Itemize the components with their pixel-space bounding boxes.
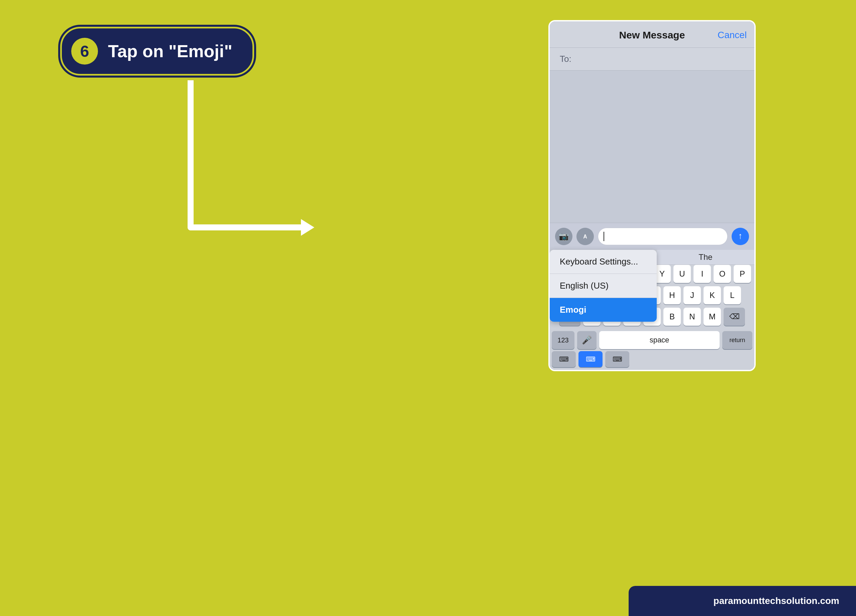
keyboard-settings-item[interactable]: Keyboard Settings... (550, 250, 657, 274)
key-k[interactable]: K (704, 286, 721, 304)
key-o[interactable]: O (714, 265, 731, 283)
key-m[interactable]: M (704, 308, 721, 326)
mic-key[interactable]: 🎤 (577, 331, 597, 349)
key-i[interactable]: I (693, 265, 711, 283)
send-arrow-icon: ↑ (738, 231, 743, 240)
message-input[interactable] (598, 228, 728, 245)
context-menu: Keyboard Settings... English (US) Emogi (550, 250, 657, 322)
key-u[interactable]: U (673, 265, 691, 283)
step-number: 6 (71, 38, 98, 65)
keyboard-left-icon: ⌨ (559, 355, 569, 363)
emogi-item[interactable]: Emogi (550, 298, 657, 322)
cancel-button[interactable]: Cancel (717, 30, 744, 40)
appstore-icon[interactable]: A (576, 228, 594, 245)
step-label: Tap on "Emoji" (108, 41, 232, 61)
footer-bar: paramounttechsolution.com (629, 586, 856, 616)
svg-marker-2 (301, 219, 314, 236)
input-bar: 📷 A ↑ (550, 223, 754, 250)
keyboard-suggestion-row: The (657, 250, 754, 265)
svg-text:A: A (583, 234, 587, 239)
keyboard-switcher-right[interactable]: ⌨ (605, 351, 629, 367)
keyboard-right-icon: ⌨ (613, 355, 622, 363)
phone-mockup: New Message Cancel To: 📷 A ↑ Keyboard Se… (548, 20, 756, 371)
key-h[interactable]: H (664, 286, 681, 304)
return-key[interactable]: return (722, 331, 752, 349)
key-b[interactable]: B (664, 308, 681, 326)
keyboard-bottom-row: 123 🎤 space return (550, 329, 754, 351)
footer-website: paramounttechsolution.com (714, 596, 839, 606)
keyboard-switcher-row: ⌨ ⌨ ⌨ (550, 351, 754, 370)
delete-key[interactable]: ⌫ (724, 308, 745, 326)
message-header: New Message Cancel (550, 22, 754, 48)
keyboard-switcher-center[interactable]: ⌨ (579, 351, 602, 367)
keyboard-center-icon: ⌨ (586, 355, 596, 363)
send-button[interactable]: ↑ (731, 228, 749, 245)
header-title: New Message (587, 29, 717, 41)
key-l[interactable]: L (724, 286, 741, 304)
instruction-arrow (151, 80, 324, 281)
cursor (604, 232, 604, 241)
key-j[interactable]: J (684, 286, 701, 304)
keyboard-area: Keyboard Settings... English (US) Emogi … (550, 250, 754, 370)
suggestion-word[interactable]: The (661, 253, 750, 262)
english-us-item[interactable]: English (US) (550, 274, 657, 298)
message-body (550, 71, 754, 223)
camera-icon[interactable]: 📷 (555, 228, 573, 245)
numbers-key[interactable]: 123 (552, 331, 574, 349)
keyboard-switcher-left[interactable]: ⌨ (552, 351, 576, 367)
key-p[interactable]: P (734, 265, 751, 283)
to-field[interactable]: To: (550, 48, 754, 71)
key-n[interactable]: N (684, 308, 701, 326)
space-key[interactable]: space (599, 331, 720, 349)
step-badge: 6 Tap on "Emoji" (60, 27, 254, 75)
